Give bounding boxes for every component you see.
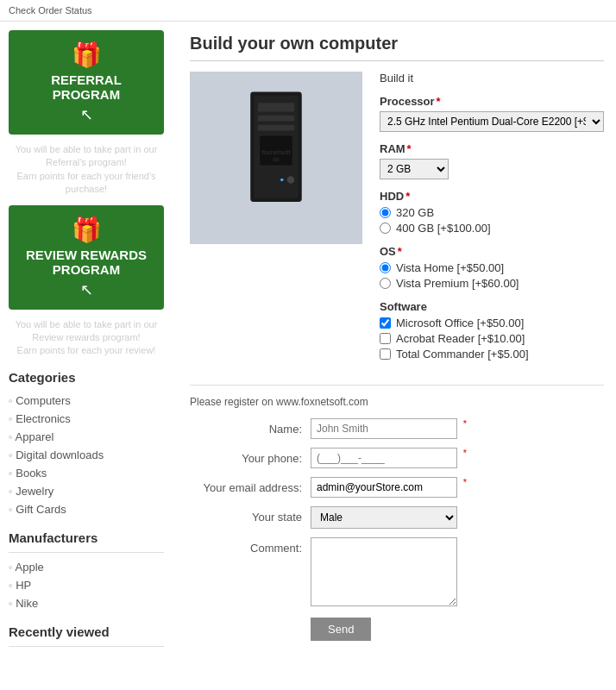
processor-label: Processor* — [380, 95, 604, 108]
sidebar-item-gift-cards[interactable]: Gift Cards — [9, 500, 164, 518]
sidebar-item-nike[interactable]: Nike — [9, 594, 164, 612]
title-divider — [190, 60, 604, 61]
svg-text:co: co — [273, 156, 279, 162]
send-button[interactable]: Send — [311, 618, 371, 641]
recently-viewed-heading: Recently viewed — [9, 624, 164, 639]
ram-select[interactable]: 2 GB 4 GB 8 GB — [380, 159, 449, 179]
sidebar-item-books[interactable]: Books — [9, 464, 164, 482]
sidebar-item-computers[interactable]: Computers — [9, 392, 164, 410]
sidebar-item-jewelry[interactable]: Jewelry — [9, 482, 164, 500]
hdd-radio-320[interactable] — [380, 207, 391, 218]
sidebar-item-electronics[interactable]: Electronics — [9, 410, 164, 428]
categories-list: Computers Electronics Apparel Digital do… — [9, 392, 164, 518]
phone-row: Your phone: * — [190, 448, 604, 468]
os-option-vista-home: Vista Home [+$50.00] — [380, 261, 604, 274]
review-title: Review Rewards Program — [19, 248, 154, 277]
svg-point-5 — [287, 176, 295, 184]
software-checkbox-group: Microsoft Office [+$50.00] Acrobat Reade… — [380, 317, 604, 361]
os-radio-vista-premium[interactable] — [380, 278, 391, 289]
os-radio-group: Vista Home [+$50.00] Vista Premium [+$60… — [380, 261, 604, 290]
processor-field-group: Processor* 2.5 GHz Intel Pentium Dual-Co… — [380, 95, 604, 132]
software-checkbox-totalcmd[interactable] — [380, 348, 391, 360]
gift-icon: 🎁 — [19, 41, 154, 69]
phone-label: Your phone: — [190, 448, 311, 465]
email-input-wrapper: * — [311, 477, 604, 498]
check-order-link[interactable]: Check Order Status — [9, 5, 92, 16]
build-form: Build it Processor* 2.5 GHz Intel Pentiu… — [380, 72, 604, 371]
email-input[interactable] — [311, 477, 457, 498]
state-select[interactable]: Male Female — [311, 506, 457, 529]
software-field-group: Software Microsoft Office [+$50.00] Acro… — [380, 300, 604, 361]
arrow-icon-2: ↖ — [19, 280, 154, 299]
email-row: Your email address: * — [190, 477, 604, 498]
processor-required: * — [437, 95, 441, 108]
state-label: Your state — [190, 506, 311, 524]
ram-label: RAM* — [380, 142, 604, 155]
computer-illustration: foxnetsoft co — [224, 85, 328, 231]
phone-required: * — [463, 448, 467, 458]
processor-select[interactable]: 2.5 GHz Intel Pentium Dual-Core E2200 [+… — [380, 111, 604, 132]
gift-icon-2: 🎁 — [19, 216, 154, 244]
svg-rect-2 — [258, 103, 295, 111]
os-label-vista-premium: Vista Premium [+$60.00] — [396, 277, 519, 290]
recently-viewed-divider — [9, 646, 164, 647]
hdd-field-group: HDD* 320 GB 400 GB [+$100.00] — [380, 190, 604, 235]
product-image: foxnetsoft co — [190, 72, 362, 244]
email-required: * — [463, 477, 467, 487]
os-label: OS* — [380, 245, 604, 258]
svg-point-6 — [280, 179, 283, 181]
os-label-vista-home: Vista Home [+$50.00] — [396, 261, 504, 274]
sidebar-item-hp[interactable]: HP — [9, 576, 164, 594]
software-option-msoffice: Microsoft Office [+$50.00] — [380, 317, 604, 329]
manufacturers-heading: Manufacturers — [9, 530, 164, 545]
register-note: Please register on www.foxnetsoft.com — [190, 396, 604, 408]
review-desc: You will be able to take part in our Rev… — [9, 318, 164, 358]
hdd-label-400: 400 GB [+$100.00] — [396, 222, 491, 235]
software-checkbox-msoffice[interactable] — [380, 317, 391, 329]
software-checkbox-acrobat[interactable] — [380, 333, 391, 344]
sidebar-item-digital-downloads[interactable]: Digital downloads — [9, 446, 164, 464]
svg-rect-4 — [258, 125, 295, 131]
referral-title: REFERRAL PROGRAM — [19, 72, 154, 102]
svg-text:foxnetsoft: foxnetsoft — [261, 148, 291, 156]
comment-row: Comment: — [190, 537, 604, 609]
hdd-label: HDD* — [380, 190, 604, 203]
form-divider — [190, 385, 604, 386]
hdd-radio-400[interactable] — [380, 223, 391, 234]
comment-input-wrapper — [311, 537, 604, 609]
os-required: * — [398, 245, 402, 258]
review-rewards-promo-box[interactable]: 🎁 Review Rewards Program ↖ — [9, 205, 164, 310]
phone-input-wrapper: * — [311, 448, 604, 468]
os-option-vista-premium: Vista Premium [+$60.00] — [380, 277, 604, 290]
hdd-radio-group: 320 GB 400 GB [+$100.00] — [380, 206, 604, 235]
email-label: Your email address: — [190, 477, 311, 494]
hdd-option-400: 400 GB [+$100.00] — [380, 222, 604, 235]
sidebar-item-apparel[interactable]: Apparel — [9, 428, 164, 446]
phone-input[interactable] — [311, 448, 457, 468]
ram-field-group: RAM* 2 GB 4 GB 8 GB — [380, 142, 604, 179]
os-radio-vista-home[interactable] — [380, 262, 391, 273]
name-input[interactable] — [311, 418, 457, 439]
name-row: Name: * — [190, 418, 604, 439]
software-option-totalcmd: Total Commander [+$5.00] — [380, 348, 604, 361]
software-label-totalcmd: Total Commander [+$5.00] — [396, 348, 529, 361]
comment-textarea[interactable] — [311, 537, 457, 606]
sidebar-item-apple[interactable]: Apple — [9, 558, 164, 576]
categories-heading: Categories — [9, 370, 164, 385]
name-label: Name: — [190, 418, 311, 436]
hdd-option-320: 320 GB — [380, 206, 604, 219]
referral-promo-box[interactable]: 🎁 REFERRAL PROGRAM ↖ — [9, 30, 164, 135]
top-bar: Check Order Status — [0, 0, 616, 22]
hdd-required: * — [405, 190, 410, 203]
software-label-acrobat: Acrobat Reader [+$10.00] — [396, 332, 525, 345]
sidebar: 🎁 REFERRAL PROGRAM ↖ You will be able to… — [0, 22, 173, 661]
software-label-msoffice: Microsoft Office [+$50.00] — [396, 317, 524, 329]
main-content: Build your own computer — [173, 22, 616, 661]
svg-rect-3 — [258, 116, 295, 122]
state-input-wrapper: Male Female — [311, 506, 604, 529]
hdd-label-320: 320 GB — [396, 206, 434, 219]
software-label: Software — [380, 300, 604, 313]
os-field-group: OS* Vista Home [+$50.00] Vista Premium [… — [380, 245, 604, 290]
state-row: Your state Male Female — [190, 506, 604, 529]
manufacturers-divider — [9, 552, 164, 553]
